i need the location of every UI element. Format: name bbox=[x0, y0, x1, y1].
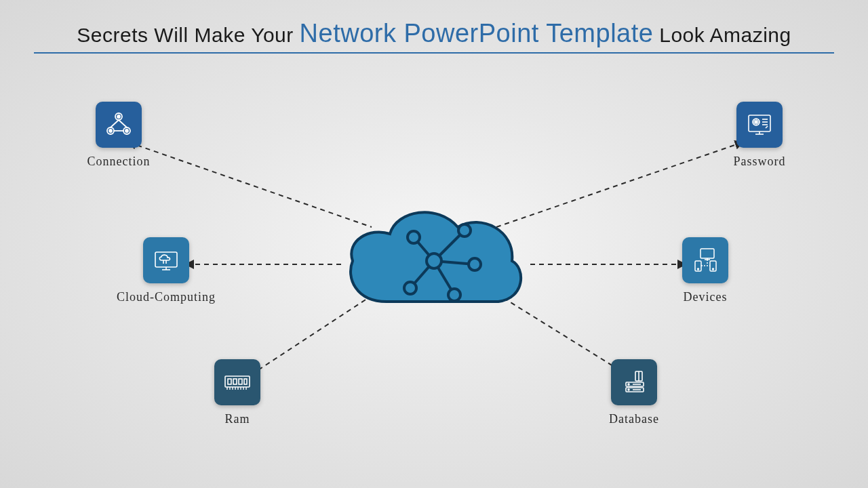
ram-label: Ram bbox=[190, 412, 285, 426]
cloud-computing-tile bbox=[143, 237, 189, 283]
svg-point-13 bbox=[458, 224, 471, 237]
cloud-network-icon bbox=[339, 193, 529, 322]
password-tile bbox=[736, 102, 783, 148]
devices-label: Devices bbox=[651, 290, 760, 304]
svg-rect-55 bbox=[701, 249, 714, 258]
svg-point-14 bbox=[469, 258, 481, 270]
node-connection: Connection bbox=[58, 102, 180, 169]
svg-rect-34 bbox=[239, 379, 242, 384]
node-cloud-computing: Cloud-Computing bbox=[95, 237, 237, 304]
node-devices: Devices bbox=[651, 237, 760, 304]
svg-point-59 bbox=[698, 268, 699, 270]
svg-rect-26 bbox=[155, 252, 177, 267]
svg-point-69 bbox=[628, 389, 629, 390]
svg-point-23 bbox=[117, 115, 120, 118]
node-ram: Ram bbox=[190, 359, 285, 426]
connection-icon bbox=[104, 110, 133, 139]
svg-point-12 bbox=[408, 231, 420, 243]
node-database: Database bbox=[576, 359, 692, 426]
svg-point-25 bbox=[125, 129, 128, 132]
ram-icon bbox=[222, 367, 253, 398]
svg-line-21 bbox=[119, 120, 127, 127]
connection-label: Connection bbox=[58, 155, 180, 169]
cloud-computing-icon bbox=[151, 245, 181, 275]
svg-point-11 bbox=[427, 253, 441, 268]
svg-point-24 bbox=[109, 129, 112, 132]
database-label: Database bbox=[576, 412, 692, 426]
svg-point-16 bbox=[404, 282, 416, 294]
node-password: Password bbox=[705, 102, 814, 169]
database-tile bbox=[611, 359, 657, 405]
svg-rect-32 bbox=[228, 379, 231, 384]
svg-rect-33 bbox=[233, 379, 237, 384]
database-icon bbox=[619, 367, 649, 397]
svg-point-68 bbox=[628, 384, 629, 385]
password-icon bbox=[745, 110, 774, 140]
svg-point-61 bbox=[713, 268, 714, 270]
devices-icon bbox=[690, 245, 721, 276]
devices-tile bbox=[682, 237, 728, 283]
diagram-stage: Connection Cloud-Computing bbox=[0, 0, 868, 488]
svg-rect-31 bbox=[225, 376, 250, 387]
password-label: Password bbox=[705, 155, 814, 169]
svg-line-20 bbox=[111, 120, 119, 127]
connection-tile bbox=[96, 102, 142, 148]
svg-rect-35 bbox=[244, 379, 247, 384]
center-cloud bbox=[339, 193, 529, 322]
cloud-computing-label: Cloud-Computing bbox=[95, 290, 237, 304]
ram-tile bbox=[214, 359, 260, 405]
svg-point-15 bbox=[448, 289, 460, 301]
